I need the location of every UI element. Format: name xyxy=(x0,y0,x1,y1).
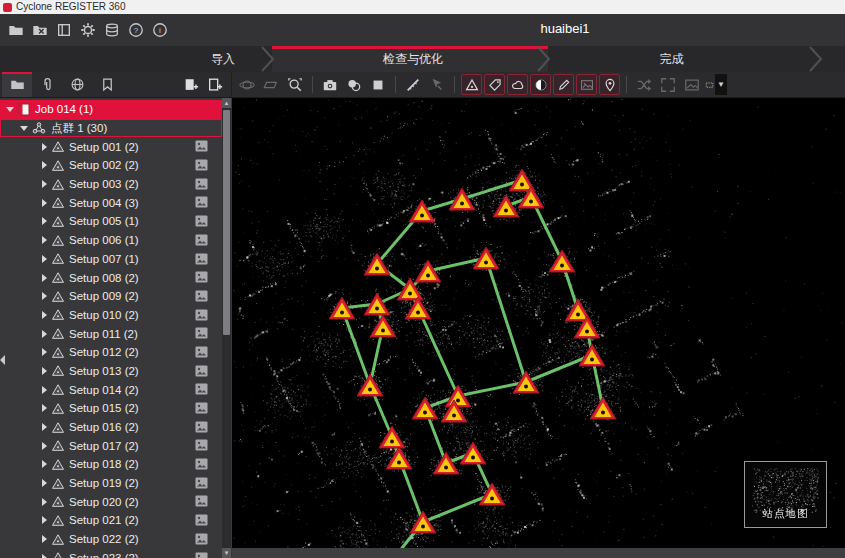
expander-icon[interactable] xyxy=(40,236,48,244)
expander-icon[interactable] xyxy=(40,330,48,338)
targets-button[interactable] xyxy=(530,74,551,95)
tree-item-setup-008[interactable]: Setup 008 (2) xyxy=(0,268,222,287)
annotations-button[interactable] xyxy=(553,74,574,95)
open-project-button[interactable] xyxy=(5,18,27,42)
expander-icon[interactable] xyxy=(40,386,48,394)
screenshot-button[interactable] xyxy=(319,74,341,96)
expander-icon[interactable] xyxy=(20,126,28,131)
panel-tab-web[interactable] xyxy=(62,72,92,97)
orbit-button[interactable] xyxy=(236,74,258,96)
expander-icon[interactable] xyxy=(40,404,48,412)
labels-button[interactable] xyxy=(484,74,505,95)
pan-button[interactable] xyxy=(260,74,282,96)
setup-marker-4[interactable] xyxy=(449,188,475,210)
fit-view-button[interactable] xyxy=(657,74,679,96)
panel-collapse-handle[interactable] xyxy=(0,352,7,368)
setup-images-icon[interactable] xyxy=(195,253,208,267)
tree-item-setup-023[interactable]: Setup 023 (2) xyxy=(0,549,222,558)
expander-icon[interactable] xyxy=(40,423,48,431)
setup-images-icon[interactable] xyxy=(195,290,208,304)
setup-marker-21[interactable] xyxy=(590,397,616,419)
expander-icon[interactable] xyxy=(40,367,48,375)
step-review-optimize[interactable]: 检查与优化 xyxy=(272,46,548,72)
tree-item-setup-012[interactable]: Setup 012 (2) xyxy=(0,343,222,362)
tree-item-setup-019[interactable]: Setup 019 (2) xyxy=(0,474,222,493)
expander-icon[interactable] xyxy=(40,217,48,225)
setup-images-icon[interactable] xyxy=(195,327,208,341)
about-button[interactable]: i xyxy=(149,18,171,42)
setup-marker-7[interactable] xyxy=(473,247,499,269)
expander-icon[interactable] xyxy=(40,535,48,543)
setup-images-icon[interactable] xyxy=(195,458,208,472)
expander-icon[interactable] xyxy=(40,274,48,282)
setup-marker-8[interactable] xyxy=(549,250,575,272)
expander-icon[interactable] xyxy=(40,442,48,450)
setup-images-icon[interactable] xyxy=(195,309,208,323)
point-clouds-button[interactable] xyxy=(507,74,528,95)
expander-icon[interactable] xyxy=(40,479,48,487)
setup-images-icon[interactable] xyxy=(195,439,208,453)
add-bundle-button[interactable] xyxy=(180,74,201,95)
expander-icon[interactable] xyxy=(40,180,48,188)
expander-icon[interactable] xyxy=(40,554,48,558)
tree-item-setup-014[interactable]: Setup 014 (2) xyxy=(0,380,222,399)
tree-item-setup-020[interactable]: Setup 020 (2) xyxy=(0,492,222,511)
setup-images-icon[interactable] xyxy=(195,383,208,397)
rect-select-dropdown-caret[interactable]: ▼ xyxy=(715,74,727,95)
panel-tab-project-explorer[interactable] xyxy=(2,72,32,97)
tree-item-cluster[interactable]: 点群 1 (30) xyxy=(0,119,222,138)
setup-marker-16[interactable] xyxy=(412,397,438,419)
setup-images-icon[interactable] xyxy=(195,533,208,547)
setup-images-icon[interactable] xyxy=(195,234,208,248)
setup-images-icon[interactable] xyxy=(195,178,208,192)
tree-item-setup-016[interactable]: Setup 016 (2) xyxy=(0,418,222,437)
panel-tab-bookmarks[interactable] xyxy=(92,72,122,97)
minimap[interactable]: 站点地图 xyxy=(744,461,827,528)
tree-item-setup-003[interactable]: Setup 003 (2) xyxy=(0,175,222,194)
setup-images-icon[interactable] xyxy=(195,402,208,416)
setup-marker-11[interactable] xyxy=(370,315,396,337)
settings-button[interactable] xyxy=(77,18,99,42)
tree-item-setup-005[interactable]: Setup 005 (1) xyxy=(0,212,222,231)
tree-item-setup-011[interactable]: Setup 011 (2) xyxy=(0,324,222,343)
setup-images-icon[interactable] xyxy=(195,552,208,558)
tree-item-setup-017[interactable]: Setup 017 (2) xyxy=(0,436,222,455)
setup-marker-27[interactable] xyxy=(410,511,436,533)
tree-item-setup-021[interactable]: Setup 021 (2) xyxy=(0,511,222,530)
setup-marker-15[interactable] xyxy=(357,374,383,396)
setup-marker-19[interactable] xyxy=(513,371,539,393)
rect-select-button[interactable]: ▼ xyxy=(705,74,727,96)
close-project-button[interactable] xyxy=(29,18,51,42)
setup-images-icon[interactable] xyxy=(195,140,208,154)
tree-scrollbar[interactable]: ▲ ▼ xyxy=(222,98,231,558)
help-button[interactable]: ? xyxy=(125,18,147,42)
setup-marker-6[interactable] xyxy=(364,253,390,275)
tree-item-setup-006[interactable]: Setup 006 (1) xyxy=(0,231,222,250)
expander-icon[interactable] xyxy=(40,498,48,506)
tree-item-setup-007[interactable]: Setup 007 (1) xyxy=(0,250,222,269)
render-options-button[interactable] xyxy=(343,74,365,96)
tree-item-setup-009[interactable]: Setup 009 (2) xyxy=(0,287,222,306)
scrollbar-thumb[interactable] xyxy=(223,110,230,335)
setup-marker-24[interactable] xyxy=(433,452,459,474)
auto-links-button[interactable] xyxy=(633,74,655,96)
setup-images-icon[interactable] xyxy=(195,514,208,528)
expander-icon[interactable] xyxy=(6,107,14,112)
expander-icon[interactable] xyxy=(40,143,48,151)
tree-item-setup-002[interactable]: Setup 002 (2) xyxy=(0,156,222,175)
setup-images-icon[interactable] xyxy=(195,346,208,360)
setup-images-icon[interactable] xyxy=(195,215,208,229)
setup-marker-25[interactable] xyxy=(460,442,486,464)
multi-select-button[interactable] xyxy=(426,74,448,96)
scroll-up-button[interactable]: ▲ xyxy=(222,98,231,108)
tree-item-setup-010[interactable]: Setup 010 (2) xyxy=(0,306,222,325)
setup-marker-3[interactable] xyxy=(493,195,519,217)
viewport[interactable]: 站点地图 xyxy=(232,98,845,548)
panel-tab-attachments[interactable] xyxy=(32,72,62,97)
tree-item-setup-022[interactable]: Setup 022 (2) xyxy=(0,530,222,549)
setup-images-icon[interactable] xyxy=(195,495,208,509)
expander-icon[interactable] xyxy=(40,199,48,207)
step-import[interactable]: 导入 xyxy=(0,46,272,72)
scroll-down-button[interactable]: ▼ xyxy=(222,548,231,558)
storage-button[interactable] xyxy=(101,18,123,42)
